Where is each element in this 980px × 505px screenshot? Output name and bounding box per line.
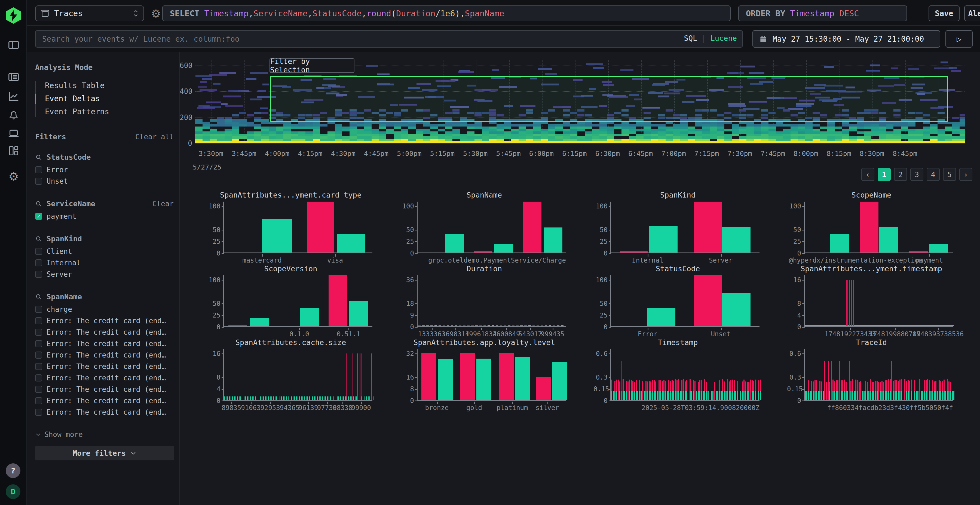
checkbox[interactable] <box>35 178 42 185</box>
checkbox[interactable] <box>35 351 42 359</box>
filter-by-selection-tooltip[interactable]: Filter by Selection <box>269 58 355 73</box>
source-select[interactable]: Traces <box>35 5 144 21</box>
filter-option[interactable]: Internal <box>35 257 174 268</box>
analysis-mode-item[interactable]: Results Table <box>35 79 174 92</box>
checkbox[interactable] <box>35 248 42 255</box>
page-4[interactable]: 4 <box>927 168 940 181</box>
alerts-bell-icon[interactable] <box>7 108 20 121</box>
filter-option[interactable]: Error: The credit card (end… <box>35 315 174 327</box>
help-button[interactable]: ? <box>6 464 21 478</box>
page-1[interactable]: 1 <box>878 168 891 181</box>
source-settings-gear-icon[interactable]: ⚙ <box>150 8 162 20</box>
sidebar-toggle-icon[interactable] <box>7 39 20 51</box>
alerts-button[interactable]: Alerts <box>964 5 980 21</box>
checkbox[interactable] <box>35 375 42 381</box>
analysis-mode-item[interactable]: Event Patterns <box>35 105 174 118</box>
pager-prev[interactable]: ‹ <box>861 168 874 181</box>
heatmap-cell <box>739 129 746 132</box>
sql-mode-toggle[interactable]: SQL <box>684 34 697 43</box>
event-stream-icon[interactable] <box>7 71 20 83</box>
filter-option[interactable]: Error: The credit card (end… <box>35 338 174 349</box>
heatmap-cell <box>570 132 578 134</box>
heatmap-cell <box>519 136 526 139</box>
lucene-mode-toggle[interactable]: Lucene <box>710 34 737 43</box>
checkbox[interactable] <box>35 329 42 336</box>
heatmap-cell <box>746 122 754 124</box>
checkbox[interactable] <box>35 363 42 370</box>
checkbox[interactable] <box>35 271 42 278</box>
search-icon[interactable] <box>35 200 42 207</box>
x-axis-category-label: 1748192273433 <box>824 330 876 338</box>
show-more-toggle[interactable]: Show more <box>35 430 174 438</box>
checkbox[interactable] <box>35 166 42 173</box>
dense-bar <box>813 391 814 400</box>
dense-bar <box>942 391 943 400</box>
filter-option-label: Error: The credit card (end… <box>46 397 166 405</box>
heatmap-cell <box>261 127 269 129</box>
filter-option[interactable]: Error: The credit card (end… <box>35 372 174 384</box>
heatmap-cell <box>504 132 511 134</box>
query-token: , <box>361 9 366 18</box>
pager-next[interactable]: › <box>959 168 972 181</box>
orderby-query-editor[interactable]: ORDER BY Timestamp DESC <box>738 5 907 21</box>
dashboards-icon[interactable] <box>7 145 20 157</box>
analysis-mode-item[interactable]: Event Deltas <box>35 92 174 105</box>
filter-option[interactable]: Error: The credit card (end… <box>35 395 174 407</box>
query-token: SpanName <box>465 9 504 18</box>
sessions-laptop-icon[interactable] <box>7 127 20 140</box>
page-3[interactable]: 3 <box>910 168 923 181</box>
heatmap-cell <box>298 139 305 141</box>
checkbox[interactable] <box>35 340 42 347</box>
heatmap-cell <box>563 139 570 141</box>
select-query-editor[interactable]: SELECT Timestamp,ServiceName,StatusCode,… <box>162 5 731 21</box>
run-query-button[interactable]: ▷ <box>945 30 973 48</box>
heatmap-cell <box>761 136 768 139</box>
dense-bar <box>642 381 643 400</box>
settings-gear-icon[interactable]: ⚙ <box>7 170 20 183</box>
filter-option[interactable]: Error: The credit card (end… <box>35 349 174 361</box>
checkbox[interactable] <box>35 397 42 404</box>
date-range-picker[interactable]: May 27 15:30:00 - May 27 21:00:00 <box>752 30 940 48</box>
checkbox[interactable] <box>35 317 42 324</box>
heatmap-cell <box>666 127 673 129</box>
filter-option[interactable]: Error: The credit card (end… <box>35 407 174 418</box>
heatmap-cell <box>276 122 283 124</box>
filter-option[interactable]: Server <box>35 268 174 280</box>
heatmap-cell <box>666 132 673 134</box>
clear-filter-link[interactable]: Clear <box>153 200 174 208</box>
filter-option[interactable]: Client <box>35 246 174 257</box>
clear-all-filters-link[interactable]: Clear all <box>135 133 174 141</box>
filter-option[interactable]: Error: The credit card (end… <box>35 361 174 372</box>
search-icon[interactable] <box>35 293 42 300</box>
heatmap-cell <box>460 134 467 136</box>
tick-bar <box>343 397 344 400</box>
filter-option[interactable]: Unset <box>35 176 174 187</box>
mix-strip-bar <box>479 326 482 326</box>
page-5[interactable]: 5 <box>943 168 956 181</box>
x-axis-tick-mark <box>553 328 554 330</box>
checkbox[interactable]: ✓ <box>35 213 42 220</box>
filter-option[interactable]: Error: The credit card (end… <box>35 327 174 338</box>
filter-option[interactable]: Error <box>35 164 174 176</box>
checkbox[interactable] <box>35 409 42 416</box>
selection-rectangle[interactable] <box>270 76 948 122</box>
filter-option[interactable]: charge <box>35 304 174 315</box>
checkbox[interactable] <box>35 259 42 266</box>
page-2[interactable]: 2 <box>894 168 907 181</box>
chart-icon[interactable] <box>7 90 20 102</box>
checkbox[interactable] <box>35 306 42 313</box>
filter-option[interactable]: ✓payment <box>35 211 174 222</box>
mix-strip-bar <box>467 326 469 326</box>
filter-option[interactable]: Error: The credit card (end… <box>35 384 174 395</box>
more-filters-button[interactable]: More filters <box>35 446 174 461</box>
v-gridline <box>245 60 245 143</box>
search-icon[interactable] <box>35 154 42 161</box>
user-avatar[interactable]: D <box>6 484 21 499</box>
search-icon[interactable] <box>35 235 42 243</box>
mix-strip-bar <box>553 326 555 326</box>
checkbox[interactable] <box>35 386 42 393</box>
save-button[interactable]: Save <box>929 5 959 21</box>
dense-bar <box>693 391 694 400</box>
hyperdx-logo[interactable] <box>4 6 22 24</box>
search-input[interactable] <box>35 30 743 48</box>
